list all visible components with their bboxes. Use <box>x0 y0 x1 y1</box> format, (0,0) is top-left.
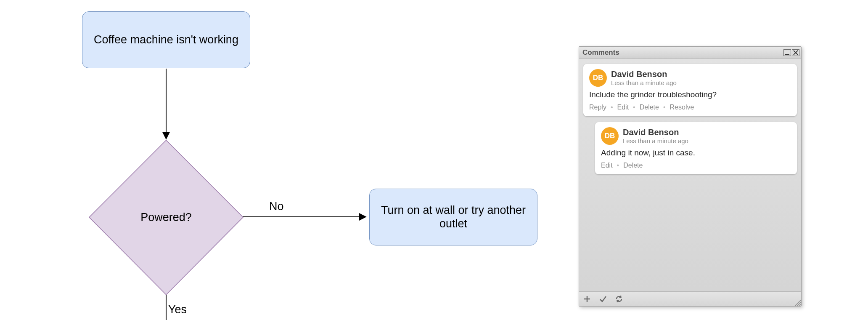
comment-reply-link[interactable]: Reply <box>589 104 606 111</box>
comment-text: Include the grinder troubleshooting? <box>589 90 791 99</box>
refresh-comments-button[interactable] <box>614 294 624 304</box>
plus-icon <box>583 295 591 303</box>
comment-edit-link[interactable]: Edit <box>601 162 613 169</box>
comment-resolve-link[interactable]: Resolve <box>670 104 694 111</box>
comment-delete-link[interactable]: Delete <box>623 162 643 169</box>
check-icon <box>599 295 607 303</box>
comment-edit-link[interactable]: Edit <box>617 104 629 111</box>
minimize-button[interactable] <box>783 49 791 56</box>
comment-actions: Reply• Edit• Delete• Resolve <box>589 104 791 111</box>
comment-text: Adding it now, just in case. <box>601 148 791 157</box>
flowchart-start-label: Coffee machine isn't working <box>94 33 238 46</box>
resolve-comments-button[interactable] <box>598 294 608 304</box>
minimize-icon <box>785 50 790 55</box>
comment-delete-link[interactable]: Delete <box>640 104 659 111</box>
avatar-initials: DB <box>593 74 603 82</box>
close-icon <box>793 50 798 55</box>
comment-card[interactable]: DB David Benson Less than a minute ago I… <box>583 64 797 116</box>
comment-author: David Benson <box>623 128 688 137</box>
flowchart-edge-yes-label: Yes <box>168 303 187 316</box>
flowchart-action-no-node[interactable]: Turn on at wall or try another outlet <box>369 189 537 245</box>
avatar: DB <box>589 69 607 87</box>
flowchart-action-no-label: Turn on at wall or try another outlet <box>370 204 537 230</box>
flowchart-decision-label[interactable]: Powered? <box>124 211 208 224</box>
close-button[interactable] <box>792 49 799 56</box>
comments-panel-body: DB David Benson Less than a minute ago I… <box>579 59 801 291</box>
comment-time: Less than a minute ago <box>611 79 677 86</box>
resize-handle-icon[interactable] <box>794 299 801 306</box>
comments-panel-footer <box>579 291 801 306</box>
add-comment-button[interactable] <box>582 294 592 304</box>
comments-panel[interactable]: Comments DB David Benson <box>579 46 802 307</box>
comment-author: David Benson <box>611 69 677 79</box>
flowchart-edge-no-label: No <box>269 200 284 213</box>
comment-actions: Edit• Delete <box>601 162 791 169</box>
refresh-icon <box>615 295 623 303</box>
comments-panel-title: Comments <box>582 48 619 57</box>
comment-time: Less than a minute ago <box>623 137 688 144</box>
avatar-initials: DB <box>605 132 615 140</box>
svg-line-11 <box>799 304 801 306</box>
comment-reply-card[interactable]: DB David Benson Less than a minute ago A… <box>595 122 797 174</box>
diagram-canvas[interactable]: Coffee machine isn't working Powered? No… <box>0 0 868 320</box>
avatar: DB <box>601 127 619 145</box>
flowchart-start-node[interactable]: Coffee machine isn't working <box>82 11 250 68</box>
comments-panel-titlebar[interactable]: Comments <box>579 47 801 59</box>
